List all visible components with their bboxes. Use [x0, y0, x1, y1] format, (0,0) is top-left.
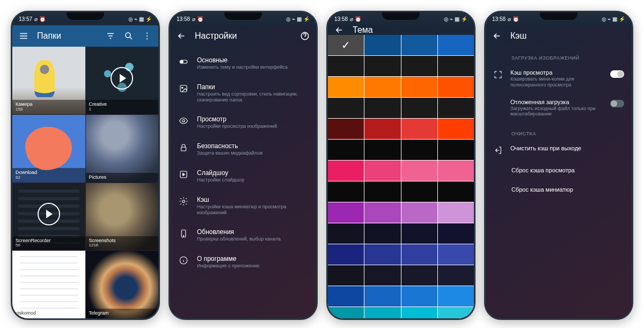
- color-swatch[interactable]: [438, 77, 474, 97]
- color-swatch[interactable]: [328, 161, 364, 181]
- color-swatch[interactable]: [364, 56, 400, 76]
- color-swatch[interactable]: [401, 307, 437, 318]
- color-swatch[interactable]: [438, 265, 474, 286]
- color-swatch[interactable]: [438, 244, 474, 265]
- cache-item-view[interactable]: Кэш просмотраКэшировать мини-копии для п…: [486, 64, 632, 93]
- color-swatch[interactable]: [401, 286, 437, 307]
- folder-pictures[interactable]: Pictures: [86, 115, 159, 183]
- color-swatch[interactable]: [364, 223, 400, 244]
- color-swatch[interactable]: [401, 265, 437, 286]
- color-swatch[interactable]: [438, 223, 474, 244]
- folder-camera[interactable]: Камера158: [12, 47, 85, 114]
- settings-item-about[interactable]: О программеИнформация о приложении: [170, 249, 316, 275]
- color-swatch[interactable]: [364, 119, 400, 139]
- settings-item-security[interactable]: БезопасностьЗащита ваших медиафайлов: [170, 136, 316, 163]
- color-swatch[interactable]: [438, 161, 474, 181]
- color-swatch[interactable]: [328, 140, 364, 160]
- color-swatch[interactable]: [364, 286, 400, 307]
- color-swatch[interactable]: [364, 181, 400, 202]
- clock: 13:58: [492, 16, 506, 22]
- color-swatch[interactable]: [401, 181, 437, 202]
- folder-viskomod[interactable]: viskomod: [12, 251, 85, 318]
- color-swatch[interactable]: [328, 77, 364, 97]
- exit-icon: [493, 145, 503, 155]
- settings-item-folders[interactable]: ПапкиНастроить вид сортировки, стиль нав…: [170, 77, 316, 110]
- color-swatch[interactable]: ✓: [328, 35, 364, 55]
- color-swatch[interactable]: [364, 161, 400, 181]
- color-swatch[interactable]: [364, 244, 400, 265]
- svg-point-12: [182, 200, 185, 203]
- cache-item-reset-view[interactable]: Сброс кэша просмотра: [486, 161, 632, 180]
- color-swatch[interactable]: [328, 119, 364, 139]
- color-swatch[interactable]: [328, 56, 364, 76]
- color-swatch[interactable]: [328, 98, 364, 118]
- more-icon[interactable]: [142, 31, 152, 41]
- back-icon[interactable]: [177, 31, 186, 41]
- color-swatch[interactable]: [438, 140, 474, 160]
- color-swatch[interactable]: [401, 119, 437, 139]
- color-swatch[interactable]: [438, 98, 474, 118]
- svg-point-9: [182, 120, 185, 122]
- color-swatch[interactable]: [401, 140, 437, 160]
- color-swatch[interactable]: [364, 265, 400, 286]
- color-swatch[interactable]: [328, 286, 364, 307]
- toggle-icon: [179, 57, 188, 67]
- settings-item-view[interactable]: ПросмотрНастройки просмотра изображений: [170, 109, 316, 136]
- color-swatch[interactable]: [401, 35, 437, 55]
- color-swatch[interactable]: [438, 202, 474, 223]
- color-swatch[interactable]: [364, 307, 400, 318]
- color-swatch[interactable]: [438, 35, 474, 55]
- folder-telegram[interactable]: Telegram: [86, 251, 159, 318]
- color-swatch[interactable]: [438, 181, 474, 202]
- color-swatch[interactable]: [401, 77, 437, 97]
- play-icon: [111, 67, 133, 90]
- gear-icon: [179, 196, 188, 206]
- color-swatch[interactable]: [401, 223, 437, 244]
- filter-icon[interactable]: [106, 31, 115, 41]
- settings-item-general[interactable]: ОсновныеИзменить тему и настройки интерф…: [170, 50, 316, 77]
- settings-item-slideshow[interactable]: СлайдшоуНастройки слайдшоу: [170, 163, 316, 189]
- cache-item-reset-thumb[interactable]: Сброс кэша миниатюр: [486, 180, 632, 199]
- search-icon[interactable]: [124, 31, 134, 41]
- color-swatch[interactable]: [364, 140, 400, 160]
- cache-item-deferred[interactable]: Отложенная загрузкаЗагружать исходный фа…: [486, 93, 632, 123]
- color-swatch[interactable]: [328, 244, 364, 265]
- color-swatch[interactable]: [364, 35, 400, 55]
- color-swatch[interactable]: [438, 286, 474, 307]
- folder-download[interactable]: Download82: [12, 115, 85, 183]
- status-icons: ◎ ⌁ ▦ ⚡: [602, 16, 625, 22]
- color-swatch[interactable]: [328, 307, 364, 318]
- color-swatch[interactable]: [328, 265, 364, 286]
- color-swatch[interactable]: [401, 56, 437, 76]
- fullscreen-icon: [493, 70, 503, 79]
- color-swatch[interactable]: [438, 119, 474, 139]
- color-swatch[interactable]: [401, 161, 437, 181]
- back-icon[interactable]: [492, 31, 502, 41]
- phone-cache: 13:58⌀ ⏰ ◎ ⌁ ▦ ⚡ Кэш ЗАГРУЗКА ИЗОБРАЖЕНИ…: [484, 11, 633, 320]
- back-icon[interactable]: [334, 25, 344, 35]
- color-swatch[interactable]: [328, 223, 364, 244]
- color-swatch[interactable]: [438, 307, 474, 318]
- cache-item-clear-exit[interactable]: Очистить кэш при выходе: [486, 140, 632, 161]
- color-swatch[interactable]: [364, 98, 400, 118]
- folder-screenshots[interactable]: Screenshots1216: [86, 183, 159, 251]
- color-swatch[interactable]: [401, 244, 437, 265]
- color-swatch[interactable]: [364, 77, 400, 97]
- settings-item-cache[interactable]: КэшНастройки кэша миниатюр и просмотра и…: [170, 189, 316, 222]
- color-swatch[interactable]: [438, 56, 474, 76]
- settings-list: ОсновныеИзменить тему и настройки интерф…: [170, 47, 316, 318]
- menu-icon[interactable]: [19, 31, 28, 41]
- folder-screenrecorder[interactable]: ScreenRecorder56: [12, 183, 85, 251]
- settings-item-updates[interactable]: ОбновленияПроверка обновлений, выбор кан…: [170, 222, 316, 249]
- help-icon[interactable]: [300, 31, 310, 41]
- color-swatch[interactable]: [401, 98, 437, 118]
- color-swatch[interactable]: [328, 202, 364, 223]
- color-swatch[interactable]: [401, 202, 437, 223]
- svg-point-3: [147, 38, 148, 39]
- toggle-cache-view[interactable]: [610, 70, 624, 78]
- color-swatch[interactable]: [364, 202, 400, 223]
- folder-creative[interactable]: Creative1: [86, 47, 159, 114]
- toggle-deferred[interactable]: [610, 100, 624, 107]
- color-swatch[interactable]: [328, 181, 364, 202]
- page-title: Настройки: [195, 31, 291, 41]
